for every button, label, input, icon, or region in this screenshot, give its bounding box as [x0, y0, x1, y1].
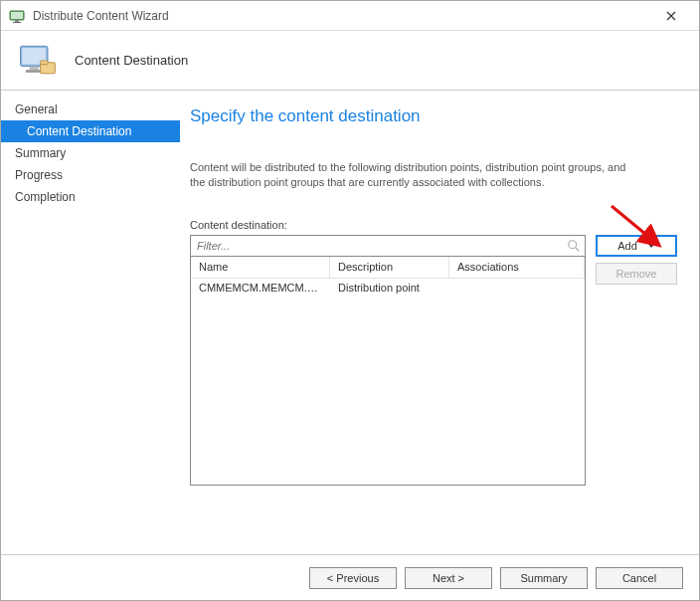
- remove-button: Remove: [596, 263, 677, 285]
- next-button[interactable]: Next >: [405, 567, 492, 589]
- sidebar-item-progress[interactable]: Progress: [1, 164, 180, 186]
- cell-associations: [449, 279, 585, 297]
- svg-rect-9: [41, 61, 48, 65]
- wizard-footer: < Previous Next > Summary Cancel: [1, 554, 699, 600]
- close-button[interactable]: [651, 1, 691, 31]
- section-label: Content destination:: [190, 219, 677, 231]
- col-header-description[interactable]: Description: [330, 257, 449, 278]
- sidebar: General Content Destination Summary Prog…: [1, 91, 180, 554]
- remove-button-label: Remove: [616, 268, 657, 280]
- filter-box: [190, 235, 586, 257]
- window-title: Distribute Content Wizard: [33, 9, 651, 23]
- add-button[interactable]: Add: [596, 235, 677, 257]
- svg-rect-1: [11, 12, 23, 19]
- titlebar: Distribute Content Wizard: [1, 1, 699, 31]
- wizard-body: General Content Destination Summary Prog…: [1, 91, 699, 554]
- svg-rect-6: [30, 66, 39, 70]
- chevron-down-icon: [647, 243, 655, 248]
- sidebar-item-summary[interactable]: Summary: [1, 142, 180, 164]
- svg-rect-2: [15, 20, 19, 22]
- search-icon[interactable]: [567, 239, 581, 253]
- summary-button[interactable]: Summary: [500, 567, 588, 589]
- previous-button[interactable]: < Previous: [309, 567, 397, 589]
- computer-icon: [15, 39, 59, 83]
- add-button-label: Add: [617, 240, 637, 252]
- sidebar-item-content-destination[interactable]: Content Destination: [1, 120, 180, 142]
- cell-description: Distribution point: [330, 279, 449, 297]
- sidebar-item-completion[interactable]: Completion: [1, 186, 180, 208]
- list-header: Name Description Associations: [191, 257, 585, 279]
- sidebar-item-general[interactable]: General: [1, 99, 180, 120]
- main-heading: Specify the content destination: [190, 106, 677, 126]
- destination-list[interactable]: Name Description Associations CMMEMCM.ME…: [190, 257, 586, 486]
- main-description: Content will be distributed to the follo…: [190, 160, 627, 191]
- cancel-button[interactable]: Cancel: [596, 567, 683, 589]
- svg-line-11: [576, 248, 580, 252]
- svg-rect-3: [13, 22, 21, 23]
- page-title: Content Destination: [75, 53, 188, 68]
- col-header-associations[interactable]: Associations: [449, 257, 585, 278]
- wizard-window: Distribute Content Wizard Content Destin…: [0, 0, 700, 601]
- svg-rect-7: [26, 70, 43, 73]
- main-panel: Specify the content destination Content …: [180, 91, 699, 554]
- cell-name: CMMEMCM.MEMCM.C...: [191, 279, 330, 297]
- col-header-name[interactable]: Name: [191, 257, 330, 278]
- filter-input[interactable]: [195, 239, 567, 253]
- svg-point-10: [569, 241, 577, 249]
- wizard-header: Content Destination: [1, 31, 699, 91]
- destination-row: Name Description Associations CMMEMCM.ME…: [190, 235, 677, 486]
- side-buttons: Add Remove: [596, 235, 677, 285]
- app-icon: [9, 8, 25, 24]
- table-row[interactable]: CMMEMCM.MEMCM.C... Distribution point: [191, 279, 585, 297]
